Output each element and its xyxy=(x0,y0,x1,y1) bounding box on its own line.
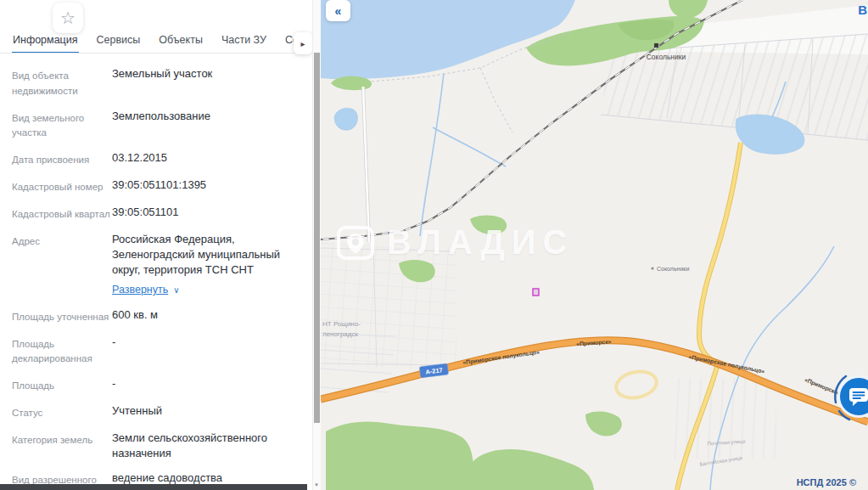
field-value: 03.12.2015 xyxy=(112,150,304,168)
field-row: Вид земельного участка Землепользование xyxy=(12,109,304,142)
field-label: Категория земель xyxy=(12,431,112,461)
basemap-svg: Сокольники Сокольники НТ Рощино- леногра… xyxy=(321,0,868,490)
object-info-panel: ☆ Информация Сервисы Объекты Части ЗУ Со… xyxy=(0,0,321,490)
field-row: Площадь уточненная 600 кв. м xyxy=(12,307,304,325)
field-value: 600 кв. м xyxy=(112,307,304,325)
area-label-snt-line1: НТ Рощино- xyxy=(322,320,361,328)
field-row: Кадастровый номер 39:05:051101:1395 xyxy=(12,177,304,195)
expand-address-link[interactable]: Развернуть xyxy=(112,283,168,298)
field-value: Российская Федерация, Зеленоградский мун… xyxy=(112,232,304,298)
field-row: Площадь - xyxy=(12,376,304,394)
field-row: Площадь декларированная - xyxy=(12,335,304,368)
tab-information[interactable]: Информация xyxy=(12,31,79,54)
field-row: Категория земель Земли сельскохозяйствен… xyxy=(12,431,304,461)
parcel-grid-left xyxy=(321,242,456,369)
field-row: Статус Учтенный xyxy=(12,403,304,421)
field-value: Земли сельскохозяйственного назначения xyxy=(112,431,304,461)
interchange-loop xyxy=(613,368,658,401)
chat-bubble-icon xyxy=(848,386,868,407)
chevron-right-icon: ▸ xyxy=(300,39,305,48)
field-label: Кадастровый квартал xyxy=(12,205,112,222)
field-value: Землепользование xyxy=(112,109,304,142)
place-dot xyxy=(652,268,654,270)
field-label: Площадь уточненная xyxy=(12,307,112,325)
scroll-down-icon[interactable]: ▾ xyxy=(313,482,320,488)
field-value: Земельный участок xyxy=(112,66,304,99)
field-label: Кадастровый номер xyxy=(12,177,112,195)
panel-tabs: Информация Сервисы Объекты Части ЗУ Сост… xyxy=(0,29,311,54)
address-value: Российская Федерация, Зеленоградский мун… xyxy=(112,233,280,276)
panel-scrollbar[interactable]: ▾ xyxy=(312,0,321,490)
sea-water xyxy=(321,0,575,79)
selected-parcel-marker[interactable] xyxy=(533,289,539,296)
field-value: Учтенный xyxy=(112,403,304,421)
road-label-3: «Приморское полукольцо» xyxy=(688,353,765,375)
field-value: - xyxy=(112,335,304,368)
tab-objects[interactable]: Объекты xyxy=(158,31,204,54)
field-row: Дата присвоения 03.12.2015 xyxy=(12,150,304,168)
tab-parcel-parts[interactable]: Части ЗУ xyxy=(221,31,267,54)
field-row-address: Адрес Российская Федерация, Зеленоградск… xyxy=(12,232,304,298)
tabs-overflow-button[interactable]: ▸ xyxy=(294,32,312,54)
chevron-down-icon: ∨ xyxy=(173,284,179,296)
field-value: 39:05:051101 xyxy=(112,205,304,222)
map-canvas[interactable]: Сокольники Сокольники НТ Рощино- леногра… xyxy=(321,0,868,490)
road-label-2: «Приморск» xyxy=(576,339,612,348)
field-label: Вид земельного участка xyxy=(12,109,112,142)
double-chevron-left-icon: « xyxy=(335,4,342,18)
field-label: Площадь декларированная xyxy=(12,335,112,368)
field-row: Вид объекта недвижимости Земельный участ… xyxy=(12,66,304,99)
field-label: Адрес xyxy=(12,232,112,298)
panel-bottom-bar xyxy=(0,484,307,490)
area-label-snt-line2: леноградск xyxy=(322,330,358,338)
field-label: Вид объекта недвижимости xyxy=(12,66,112,99)
field-row: Кадастровый квартал 39:05:051101 xyxy=(12,205,304,222)
map-attribution: НСПД 2025 © xyxy=(797,477,856,487)
field-value: - xyxy=(112,376,304,394)
tab-services[interactable]: Сервисы xyxy=(96,31,142,54)
scrollbar-thumb[interactable] xyxy=(314,53,320,423)
parcel-grid-topright xyxy=(550,5,868,140)
partial-top-right-text: В xyxy=(858,3,867,17)
attributes-list: Вид объекта недвижимости Земельный участ… xyxy=(12,66,304,490)
field-label: Статус xyxy=(12,403,112,421)
cadastral-map-app: ☆ Информация Сервисы Объекты Части ЗУ Со… xyxy=(0,0,868,490)
field-value: 39:05:051101:1395 xyxy=(112,177,304,195)
place-label-sokolniki-top: Сокольники xyxy=(647,53,686,61)
settlement-marker xyxy=(654,43,658,48)
place-label-sokolniki-mid: Сокольники xyxy=(657,266,689,272)
collapse-panel-button[interactable]: « xyxy=(326,0,350,21)
field-label: Площадь xyxy=(12,376,112,394)
minor-road xyxy=(363,87,369,242)
field-label: Дата присвоения xyxy=(12,150,112,168)
star-icon: ☆ xyxy=(60,8,76,28)
